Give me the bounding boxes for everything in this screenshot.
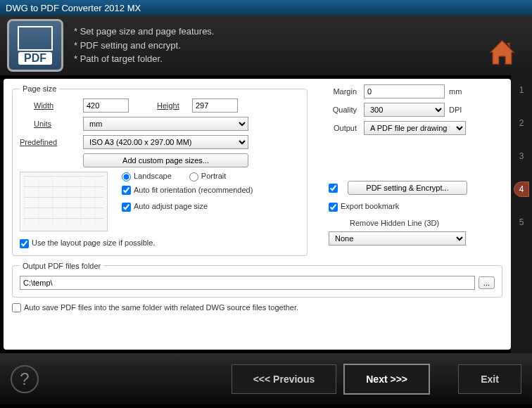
- autosave-checkbox[interactable]: Auto save PDF files into the same folder…: [12, 303, 298, 313]
- app-title: DWG to PDF Converter 2012 MX: [6, 3, 141, 13]
- step-3[interactable]: 3: [514, 148, 529, 164]
- height-label: Height: [157, 101, 192, 110]
- width-label: Width: [34, 101, 83, 110]
- pdf-logo: PDF: [7, 19, 63, 72]
- output-path-input[interactable]: [20, 276, 475, 290]
- height-input[interactable]: [192, 98, 238, 113]
- previous-button[interactable]: <<< Previous: [232, 364, 337, 394]
- page-preview: [20, 172, 108, 231]
- header-description: * Set page size and page features. * PDF…: [74, 25, 214, 66]
- output-folder-legend: Output PDF files folder: [20, 262, 103, 270]
- form-panel: Page size Width Height Units mm Predefin…: [4, 79, 511, 350]
- pdf-encrypt-checkbox[interactable]: [329, 184, 338, 193]
- step-4[interactable]: 4: [514, 181, 529, 197]
- predefined-label: Predefined: [20, 138, 83, 146]
- quality-unit: DPI: [449, 106, 462, 114]
- auto-fit-checkbox[interactable]: Auto fit orientation (recommended): [122, 186, 253, 196]
- next-button[interactable]: Next >>>: [343, 364, 430, 395]
- footer: ? <<< Previous Next >>> Exit: [0, 353, 532, 404]
- page-size-group: Page size Width Height Units mm Predefin…: [12, 84, 308, 256]
- output-select[interactable]: A PDF file per drawing: [364, 121, 466, 135]
- width-input[interactable]: [83, 98, 129, 113]
- add-custom-button[interactable]: Add custom page sizes...: [83, 153, 248, 167]
- units-select[interactable]: mm: [83, 117, 248, 131]
- margin-unit: mm: [449, 87, 462, 96]
- quality-select[interactable]: 300: [364, 103, 445, 117]
- landscape-radio[interactable]: Landscape: [122, 172, 172, 181]
- portrait-radio[interactable]: Portrait: [189, 172, 226, 181]
- help-button[interactable]: ?: [11, 365, 39, 393]
- home-icon[interactable]: [486, 37, 518, 68]
- use-layout-checkbox[interactable]: Use the layout page size if possible.: [20, 238, 156, 248]
- predefined-select[interactable]: ISO A3 (420.00 x 297.00 MM): [83, 135, 248, 149]
- browse-button[interactable]: ...: [479, 276, 495, 289]
- pdf-encrypt-button[interactable]: PDF setting & Encrypt...: [348, 181, 467, 195]
- export-bookmark-checkbox[interactable]: Export bookmark: [329, 202, 399, 212]
- page-size-legend: Page size: [20, 84, 59, 93]
- output-label: Output: [329, 124, 364, 132]
- exit-button[interactable]: Exit: [458, 364, 521, 394]
- title-bar: DWG to PDF Converter 2012 MX: [0, 0, 532, 15]
- output-folder-group: Output PDF files folder ...: [12, 262, 502, 298]
- hidden-line-label: Remove Hidden Line (3D): [350, 219, 439, 227]
- step-5[interactable]: 5: [514, 215, 529, 230]
- hidden-line-select[interactable]: None: [329, 231, 466, 246]
- quality-label: Quality: [329, 106, 364, 114]
- step-1[interactable]: 1: [514, 82, 529, 98]
- header: PDF * Set page size and page features. *…: [0, 15, 532, 75]
- margin-label: Margin: [329, 87, 364, 96]
- units-label: Units: [34, 120, 83, 128]
- step-2[interactable]: 2: [514, 115, 529, 131]
- margin-input[interactable]: [364, 84, 445, 98]
- step-bar: 1 2 3 4 5: [511, 75, 532, 353]
- auto-adjust-checkbox[interactable]: Auto adjust page size: [122, 202, 208, 212]
